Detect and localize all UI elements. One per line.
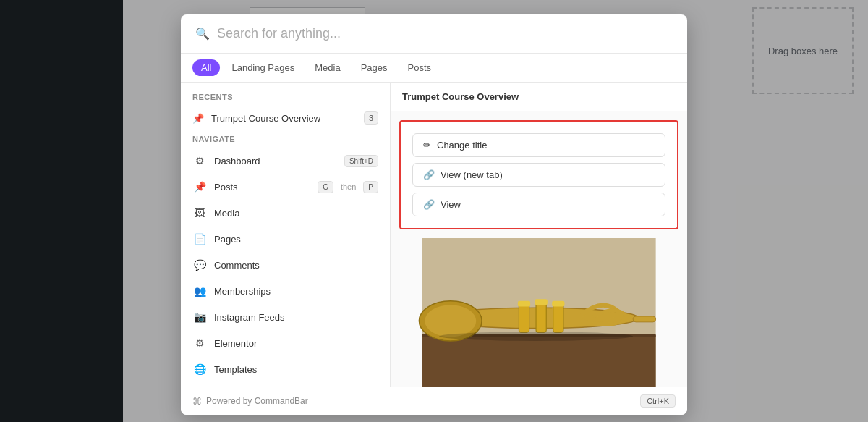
nav-item-posts[interactable]: 📌 Posts G then P [181,174,390,200]
view-button[interactable]: 🔗 View [412,193,665,216]
nav-item-elementor-label: Elementor [214,338,378,349]
view-icon: 🔗 [423,199,435,210]
navigate-section-header: Navigate [181,130,390,148]
svg-rect-6 [519,304,529,332]
media-icon: 🖼 [192,206,207,220]
recent-item-label: Trumpet Course Overview [211,113,320,124]
nav-item-pages-label: Pages [214,234,378,245]
posts-shortcut1: G [318,181,333,193]
nav-item-comments-label: Comments [214,260,378,271]
tab-landing-pages[interactable]: Landing Pages [223,59,303,76]
tab-media[interactable]: Media [306,59,349,76]
tab-pages[interactable]: Pages [352,59,396,76]
nav-item-memberships[interactable]: 👥 Memberships [181,278,390,304]
svg-point-5 [425,305,476,337]
nav-item-elementor[interactable]: ⚙ Elementor [181,330,390,356]
nav-item-comments[interactable]: 💬 Comments [181,252,390,278]
commandbar-left-panel: Recents 📌 Trumpet Course Overview 3 Navi… [181,83,391,387]
nav-item-templates-label: Templates [214,364,378,375]
nav-item-posts-label: Posts [214,182,310,193]
search-icon: 🔍 [195,27,210,41]
powered-by-container: ⌘ Powered by CommandBar [192,396,308,407]
search-input[interactable] [217,26,673,41]
view-new-tab-icon: 🔗 [423,169,435,180]
commandbar-body: Recents 📌 Trumpet Course Overview 3 Navi… [181,83,687,387]
nav-item-media-label: Media [214,208,378,219]
memberships-icon: 👥 [192,284,207,298]
nav-item-templates[interactable]: 🌐 Templates [181,356,390,382]
nav-item-dashboard-label: Dashboard [214,156,337,166]
commandbar-logo-icon: ⌘ [192,396,202,407]
svg-rect-11 [552,301,564,307]
nav-item-pages[interactable]: 📄 Pages [181,226,390,252]
comments-icon: 💬 [192,258,207,272]
svg-rect-7 [536,302,546,332]
powered-by-label: Powered by CommandBar [206,396,308,406]
svg-rect-8 [553,304,563,332]
tab-all[interactable]: All [192,59,220,76]
change-title-icon: ✏ [423,140,431,151]
nav-item-memberships-label: Memberships [214,286,378,297]
recent-item-trumpet[interactable]: 📌 Trumpet Course Overview 3 [181,106,390,130]
nav-item-dashboard[interactable]: ⚙ Dashboard Shift+D [181,148,390,174]
trumpet-image-area [391,238,687,387]
pages-icon: 📄 [192,232,207,246]
change-title-button[interactable]: ✏ Change title [412,133,665,157]
view-new-tab-label: View (new tab) [441,169,503,180]
recents-section-header: Recents [181,88,390,106]
elementor-icon: ⚙ [192,336,207,350]
view-label: View [441,199,461,210]
commandbar-overlay: 🔍 All Landing Pages Media Pages Posts Re… [0,0,868,422]
tab-posts[interactable]: Posts [399,59,441,76]
svg-point-13 [439,332,633,341]
right-panel-title: Trumpet Course Overview [391,83,687,111]
svg-rect-10 [535,299,547,305]
trumpet-illustration [391,238,687,387]
view-new-tab-button[interactable]: 🔗 View (new tab) [412,163,665,187]
svg-rect-12 [633,316,656,322]
commandbar-right-panel: Trumpet Course Overview ✏ Change title 🔗… [391,83,687,387]
commandbar-modal: 🔍 All Landing Pages Media Pages Posts Re… [181,14,687,415]
commandbar-search-bar: 🔍 [181,14,687,54]
posts-shortcut-then: then [341,182,356,191]
recent-item-icon: 📌 [192,113,204,124]
commandbar-shortcut-badge: Ctrl+K [640,394,676,408]
templates-icon: 🌐 [192,362,207,376]
nav-item-instagram-label: Instagram Feeds [214,312,378,323]
dashboard-shortcut: Shift+D [344,155,378,167]
change-title-label: Change title [437,140,487,151]
posts-icon: 📌 [192,180,207,194]
svg-rect-1 [422,335,655,387]
posts-shortcut2: P [363,181,378,193]
nav-item-instagram[interactable]: 📷 Instagram Feeds [181,304,390,330]
right-panel-actions: ✏ Change title 🔗 View (new tab) 🔗 View [399,120,678,229]
recent-item-count: 3 [364,111,378,125]
dashboard-icon: ⚙ [192,153,207,168]
instagram-icon: 📷 [192,310,207,324]
commandbar-tabs: All Landing Pages Media Pages Posts [181,54,687,83]
nav-item-media[interactable]: 🖼 Media [181,200,390,226]
commandbar-footer: ⌘ Powered by CommandBar Ctrl+K [181,387,687,415]
svg-rect-9 [518,301,530,307]
